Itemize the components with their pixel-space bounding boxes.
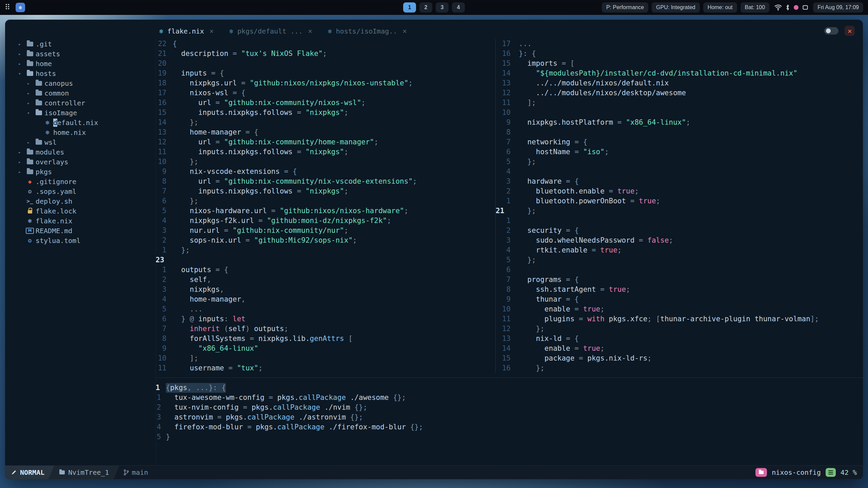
editor-pkgs-default-nix[interactable]: 1{pkgs, ...}: {1 tux-awesome-wm-config =… [156, 383, 863, 442]
file-explorer[interactable]: ▸.git▸assets▸home▾hosts▸canopus▸common▸c… [5, 39, 156, 466]
screenshot-icon[interactable] [802, 4, 808, 11]
logo-icon[interactable]: ❄ [16, 3, 25, 12]
code-text: nixpkgs-f2k.url = "github:moni-dz/nixpkg… [173, 216, 391, 226]
code-line: 2 bluetooth.enable = true; [496, 186, 863, 196]
tree-item-stylua-toml[interactable]: ⚙stylua.toml [5, 236, 156, 245]
tree-item-label: pkgs [36, 168, 52, 176]
code-line: 4 firefox-mod-blur = pkgs.callPackage ./… [156, 422, 863, 432]
tab-hosts-isoimag[interactable]: ❄hosts/isoImag..× [328, 27, 407, 35]
app-launcher-icon[interactable]: ⠿ [5, 4, 10, 11]
line-number: 3 [496, 236, 511, 245]
chevron-right-icon[interactable]: ▸ [24, 90, 33, 96]
tab-close-icon[interactable]: × [402, 27, 407, 35]
color-picker-icon[interactable] [793, 4, 799, 11]
chevron-right-icon[interactable]: ▸ [15, 41, 24, 47]
code-line: 5} [156, 432, 863, 442]
tree-item-assets[interactable]: ▸assets [5, 49, 156, 59]
wifi-icon[interactable] [774, 4, 782, 11]
chevron-right-icon[interactable]: ▸ [24, 81, 33, 86]
bluetooth-icon[interactable] [785, 4, 790, 11]
workspace-1[interactable]: 1 [403, 2, 416, 13]
titlebar-toggle[interactable] [824, 27, 839, 35]
file-icon-wrap: ⚙ [24, 238, 36, 244]
line-number: 15 [496, 59, 511, 68]
chevron-down-icon[interactable]: ▾ [24, 110, 33, 116]
chevron-right-icon[interactable]: ▸ [15, 149, 24, 155]
chevron-right-icon[interactable]: ▸ [24, 140, 33, 145]
workspace-3[interactable]: 3 [436, 2, 449, 13]
file-icon-wrap [24, 61, 36, 66]
tree-item-label: .gitignore [36, 178, 76, 186]
workspace-2[interactable]: 2 [419, 2, 432, 13]
code-text: tux-nvim-config = pkgs.callPackage ./nvi… [166, 403, 367, 412]
tab-close-icon[interactable]: × [308, 27, 313, 35]
code-line: 3 nur.url = "github:nix-community/nur"; [156, 226, 495, 236]
tab-flake-nix[interactable]: ❄flake.nix× [159, 27, 214, 35]
editor-flake-nix[interactable]: 22{21 description = "tux's NixOS Flake";… [156, 39, 495, 373]
code-line: 3 nixpkgs, [156, 285, 495, 294]
workspace-switcher: 1234 [403, 2, 465, 13]
tree-item-flake-lock[interactable]: flake.lock [5, 206, 156, 216]
tab-close-icon[interactable]: × [210, 27, 214, 35]
window-separator-horizontal[interactable] [156, 378, 863, 378]
code-text: sops-nix.url = "github:Mic92/sops-nix"; [173, 236, 357, 245]
chevron-down-icon[interactable]: ▾ [15, 71, 24, 76]
folder-icon [27, 61, 33, 66]
buffer-label: NvimTree_1 [68, 468, 109, 476]
tree-item-isoimage[interactable]: ▾isoImage [5, 108, 156, 118]
tree-item-default-nix[interactable]: ❄default.nix [5, 118, 156, 127]
chevron-right-icon[interactable]: ▸ [15, 169, 24, 175]
chevron-right-icon[interactable]: ▸ [24, 100, 33, 106]
code-line: 15 inputs.nixpkgs.follows = "nixpkgs"; [156, 108, 495, 118]
tree-item-modules[interactable]: ▸modules [5, 147, 156, 157]
tree-item-common[interactable]: ▸common [5, 88, 156, 98]
code-text: url = "github:nix-community/home-manager… [173, 137, 378, 147]
code-line: 12 }; [496, 324, 863, 334]
chevron-right-icon[interactable]: ▸ [15, 159, 24, 165]
code-text: programs = { [519, 275, 579, 285]
code-text: forAllSystems = nixpkgs.lib.genAttrs [ [173, 334, 353, 344]
clock[interactable]: Fri Aug 09, 17:09 [813, 2, 863, 13]
progress-icon [826, 468, 836, 477]
tree-item-wsl[interactable]: ▸wsl [5, 137, 156, 147]
chevron-right-icon[interactable]: ▸ [15, 61, 24, 66]
tree-item-flake-nix[interactable]: ❄flake.nix [5, 216, 156, 226]
line-number: 6 [496, 265, 511, 275]
tree-item-sops-yaml[interactable]: ⚙.sops.yaml [5, 186, 156, 196]
tree-item-readme-md[interactable]: MREADME.md [5, 226, 156, 236]
line-number: 14 [496, 68, 511, 78]
tab-pkgs-default[interactable]: ❄pkgs/default ...× [229, 27, 312, 35]
tree-item-home[interactable]: ▸home [5, 59, 156, 68]
chevron-right-icon[interactable]: ▸ [15, 51, 24, 57]
window-close-button[interactable]: × [845, 26, 855, 36]
file-icon-wrap: >_ [24, 198, 36, 204]
buffer-segment: NvimTree_1 [48, 466, 119, 479]
file-icon-wrap [24, 208, 36, 214]
tree-item-deploy-sh[interactable]: >_deploy.sh [5, 196, 156, 206]
terminal-window: ❄flake.nix×❄pkgs/default ...×❄hosts/isoI… [5, 20, 863, 479]
code-text: imports = [ [519, 59, 574, 68]
tree-item-git[interactable]: ▸.git [5, 39, 156, 49]
tree-item-overlays[interactable]: ▸overlays [5, 157, 156, 167]
tree-item-pkgs[interactable]: ▸pkgs [5, 167, 156, 177]
code-line: 3 astronvim = pkgs.callPackage ./astronv… [156, 412, 863, 422]
tree-item-home-nix[interactable]: ❄home.nix [5, 127, 156, 137]
line-number: 20 [156, 59, 166, 68]
line-number: 1 [156, 245, 166, 255]
git-icon: ◆ [28, 179, 32, 185]
code-line: 1 bluetooth.powerOnBoot = true; [496, 196, 863, 206]
code-text: ... [173, 304, 203, 314]
tree-item-hosts[interactable]: ▾hosts [5, 68, 156, 78]
tree-item-label: deploy.sh [36, 197, 72, 205]
tree-item-label: .git [36, 40, 52, 48]
tree-item-controller[interactable]: ▸controller [5, 98, 156, 108]
tree-item-label: canopus [44, 79, 73, 87]
system-tray [774, 4, 808, 11]
workspace-4[interactable]: 4 [452, 2, 465, 13]
folder-icon [27, 160, 33, 164]
editor-iso-default-nix[interactable]: 17...16}: {15 imports = [14 "${modulesPa… [496, 39, 863, 373]
tree-item-canopus[interactable]: ▸canopus [5, 78, 156, 88]
code-line: 4 home-manager, [156, 294, 495, 304]
branch-label: main [132, 468, 148, 476]
tree-item-gitignore[interactable]: ◆.gitignore [5, 177, 156, 186]
